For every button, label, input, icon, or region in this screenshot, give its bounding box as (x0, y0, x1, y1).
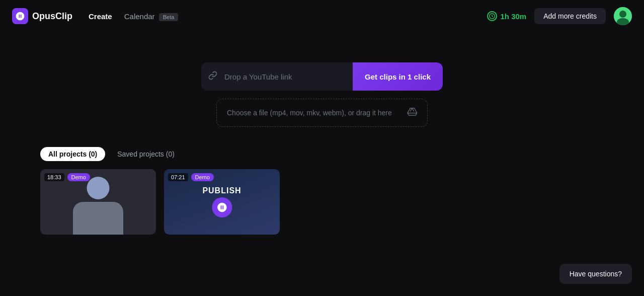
file-upload-area[interactable]: Choose a file (mp4, mov, mkv, webm), or … (216, 99, 428, 127)
nav-calendar[interactable]: Calendar Beta (124, 12, 179, 21)
file-upload-label: Choose a file (mp4, mov, mkv, webm), or … (227, 109, 392, 117)
avatar[interactable] (614, 7, 632, 25)
publish-overlay: PUBLISH (202, 186, 241, 217)
youtube-input-container: Get clips in 1 click (201, 62, 443, 91)
google-drive-icon (407, 107, 417, 119)
duration-badge: 18:33 (44, 173, 64, 181)
have-questions-button[interactable]: Have questions? (559, 264, 632, 284)
nav-create[interactable]: Create (89, 12, 112, 21)
video-overlay: 18:33 Demo (44, 173, 90, 181)
add-credits-button[interactable]: Add more credits (534, 8, 606, 24)
demo-badge: Demo (67, 173, 90, 181)
person-body (73, 202, 123, 235)
person-head (87, 177, 110, 199)
nav: Create Calendar Beta (89, 12, 178, 21)
svg-point-2 (619, 11, 626, 18)
publish-text: PUBLISH (202, 186, 241, 195)
video-overlay: 07:21 Demo (168, 173, 214, 181)
projects-section: All projects (0) Saved projects (0) 18:3… (0, 147, 644, 235)
header: OpusClip Create Calendar Beta 1h 30m Add… (0, 0, 644, 32)
credits-timer: 1h 30m (487, 11, 526, 21)
timer-icon (487, 11, 497, 21)
video-grid: 18:33 Demo PUBLISH 07:21 Demo (40, 169, 604, 235)
duration-badge: 07:21 (168, 173, 188, 181)
logo[interactable]: OpusClip (12, 8, 72, 24)
logo-icon (12, 8, 28, 24)
video-card[interactable]: 18:33 Demo (40, 169, 156, 235)
youtube-url-input[interactable] (224, 72, 353, 81)
demo-badge: Demo (191, 173, 214, 181)
publish-icon (212, 197, 232, 217)
credits-time: 1h 30m (500, 12, 526, 21)
logo-text: OpusClip (32, 11, 72, 22)
header-right: 1h 30m Add more credits (487, 7, 632, 25)
beta-badge: Beta (159, 13, 179, 21)
tab-saved-projects[interactable]: Saved projects (0) (109, 147, 183, 161)
link-icon (201, 71, 224, 83)
main-content: Get clips in 1 click Choose a file (mp4,… (0, 32, 644, 127)
projects-tabs: All projects (0) Saved projects (0) (40, 147, 604, 161)
video-card[interactable]: PUBLISH 07:21 Demo (164, 169, 280, 235)
get-clips-button[interactable]: Get clips in 1 click (353, 62, 443, 91)
tab-all-projects[interactable]: All projects (0) (40, 147, 105, 161)
header-left: OpusClip Create Calendar Beta (12, 8, 178, 24)
